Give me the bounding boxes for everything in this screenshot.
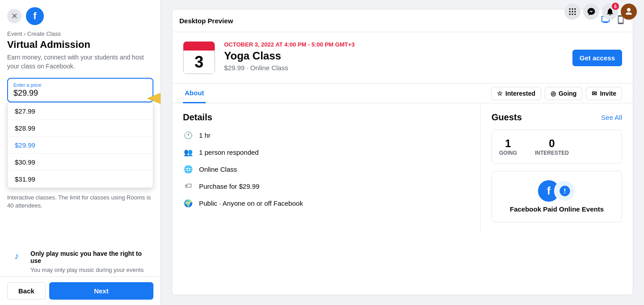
preview-panel: Desktop Preview 3	[172, 9, 633, 295]
invite-button[interactable]: ✉ Invite	[586, 87, 622, 100]
public-icon: 🌍	[183, 198, 194, 208]
calendar-top	[183, 42, 215, 51]
fb-logos: f	[501, 180, 613, 202]
see-all-link[interactable]: See All	[601, 114, 622, 121]
paid-events-card: f Facebook Paid Online Events	[491, 171, 622, 222]
event-body: Details 🕐 1 hr 👥 1 person responded 🌐 On…	[172, 103, 633, 231]
price-option-2999[interactable]: $29.99	[8, 137, 153, 154]
svg-point-0	[569, 8, 571, 10]
preview-scroll-area[interactable]: 3 OCTOBER 3, 2022 AT 4:00 PM - 5:00 PM G…	[172, 32, 633, 295]
mail-icon: ✉	[592, 90, 597, 97]
sidebar-description: Earn money, connect with your students a…	[7, 53, 153, 71]
notification-badge: 6	[612, 3, 619, 10]
next-button[interactable]: Next	[49, 282, 153, 300]
clock-icon: 🕐	[183, 130, 194, 140]
guests-stats: 1 GOING 0 INTERESTED	[491, 130, 622, 164]
svg-point-2	[574, 8, 576, 10]
paid-events-logo	[554, 180, 576, 202]
breadcrumb: Event › Create Class	[7, 30, 153, 37]
svg-point-1	[572, 8, 573, 10]
notifications-icon[interactable]: 6	[602, 4, 618, 20]
going-count: 1	[499, 137, 517, 150]
svg-point-3	[569, 11, 571, 12]
detail-online-class: 🌐 Online Class	[183, 164, 470, 174]
price-value: $29.99	[13, 89, 147, 98]
detail-visibility: 🌍 Public · Anyone on or off Facebook	[183, 198, 470, 208]
right-content: Desktop Preview 3	[161, 0, 644, 305]
messenger-icon[interactable]	[583, 4, 599, 20]
price-input-container[interactable]: Enter a price $29.99	[7, 78, 153, 102]
facebook-logo: f	[26, 7, 44, 25]
event-price: $29.99 · Online Class	[224, 64, 564, 72]
top-nav-bar: 6	[557, 0, 644, 23]
visibility-text: Public · Anyone on or off Facebook	[199, 199, 303, 207]
svg-point-5	[574, 11, 576, 12]
back-button[interactable]: Back	[7, 282, 46, 300]
responded-text: 1 person responded	[199, 148, 258, 156]
page-title: Virtual Admission	[7, 39, 153, 51]
interested-button[interactable]: ☆ Interested	[491, 87, 541, 100]
detail-duration: 🕐 1 hr	[183, 130, 470, 140]
details-title: Details	[183, 112, 470, 123]
bottom-buttons: Back Next	[0, 276, 161, 305]
music-icon: ♪	[14, 251, 25, 261]
detail-purchase: 🏷 Purchase for $29.99	[183, 181, 470, 191]
paid-events-title: Facebook Paid Online Events	[501, 205, 613, 213]
interested-count: 0	[535, 137, 569, 150]
check-circle-icon: ◎	[551, 90, 556, 97]
price-option-3099[interactable]: $30.99	[8, 154, 153, 171]
price-dropdown: $27.99 $28.99 $29.99 $30.99 $31.99	[7, 102, 153, 188]
interested-stat: 0 INTERESTED	[535, 137, 569, 156]
preview-title: Desktop Preview	[179, 17, 233, 25]
svg-point-4	[572, 11, 573, 12]
invite-label: Invite	[600, 90, 616, 97]
event-date: OCTOBER 3, 2022 AT 4:00 PM - 5:00 PM GMT…	[224, 41, 564, 48]
price-option-2799[interactable]: $27.99	[8, 103, 153, 120]
event-tabs: About ☆ Interested ◎ Going ✉ Invite	[172, 84, 633, 103]
interested-stat-label: INTERESTED	[535, 150, 569, 156]
globe-icon: 🌐	[183, 164, 194, 174]
going-stat: 1 GOING	[499, 137, 517, 156]
detail-responded: 👥 1 person responded	[183, 147, 470, 157]
duration-text: 1 hr	[199, 131, 211, 139]
avatar[interactable]	[621, 4, 637, 20]
svg-point-6	[569, 13, 571, 15]
star-icon: ☆	[497, 90, 503, 97]
svg-point-7	[572, 13, 573, 15]
guests-header: Guests See All	[491, 112, 622, 123]
arrow-indicator	[148, 87, 161, 111]
get-access-button[interactable]: Get access	[572, 50, 622, 66]
details-section: Details 🕐 1 hr 👥 1 person responded 🌐 On…	[172, 103, 481, 231]
apps-icon[interactable]	[564, 4, 580, 20]
left-sidebar: ✕ f Event › Create Class Virtual Admissi…	[0, 0, 161, 305]
going-button[interactable]: ◎ Going	[545, 87, 582, 100]
going-stat-label: GOING	[499, 150, 517, 156]
tab-actions: ☆ Interested ◎ Going ✉ Invite	[491, 87, 622, 100]
event-name: Yoga Class	[224, 50, 564, 62]
tag-icon: 🏷	[183, 181, 194, 191]
calendar-day: 3	[183, 51, 215, 74]
event-info: OCTOBER 3, 2022 AT 4:00 PM - 5:00 PM GMT…	[224, 41, 564, 72]
event-card: 3 OCTOBER 3, 2022 AT 4:00 PM - 5:00 PM G…	[172, 32, 633, 84]
online-class-text: Online Class	[199, 165, 237, 173]
tab-about[interactable]: About	[183, 84, 206, 103]
purchase-text: Purchase for $29.99	[199, 182, 259, 190]
interested-label: Interested	[505, 90, 535, 97]
price-option-3199[interactable]: $31.99	[8, 171, 153, 188]
close-button[interactable]: ✕	[7, 9, 21, 23]
svg-point-8	[574, 13, 576, 15]
svg-marker-10	[148, 89, 161, 107]
price-option-2899[interactable]: $28.99	[8, 120, 153, 137]
guests-title: Guests	[491, 112, 522, 123]
going-label: Going	[559, 90, 576, 97]
music-notice-title: Only play music you have the right to us…	[30, 250, 146, 264]
truncated-info: Interactive classes. The limit for class…	[7, 188, 153, 210]
guests-section: Guests See All 1 GOING 0 INTERESTED	[481, 103, 633, 231]
calendar-icon: 3	[183, 41, 215, 74]
price-label: Enter a price	[13, 82, 147, 88]
people-icon: 👥	[183, 147, 194, 157]
